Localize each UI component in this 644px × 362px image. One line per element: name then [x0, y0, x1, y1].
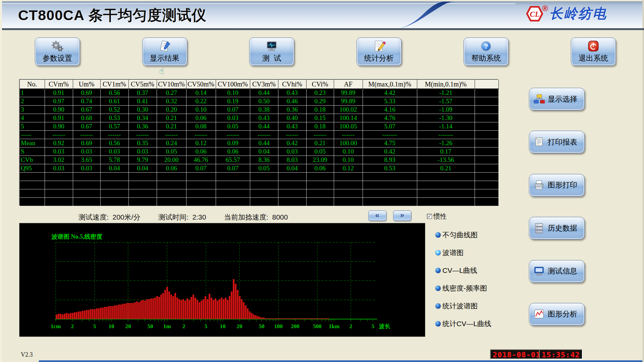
table-cell: [475, 106, 498, 114]
radio-statistic-cv-l-curve[interactable]: 统计CV—L曲线: [435, 319, 491, 328]
radio-spectrogram[interactable]: 波谱图: [435, 248, 491, 257]
spectrogram-bar: [78, 311, 79, 319]
show-results-button[interactable]: 显示结果: [142, 38, 187, 66]
table-cell: [45, 198, 73, 206]
spectrogram-bar: [247, 308, 249, 319]
spectrogram-bar: [58, 314, 59, 319]
table-cell: [475, 181, 498, 189]
test-button[interactable]: 测 试: [249, 38, 294, 66]
statistics-analysis-button[interactable]: 统计分析: [357, 38, 401, 66]
table-cell: 0.09: [216, 139, 250, 147]
prev-page-button[interactable]: «: [368, 210, 386, 221]
table-cell: [334, 181, 363, 189]
params-settings-button[interactable]: 参数设置: [35, 38, 80, 66]
table-cell: [334, 198, 363, 206]
table-cell: [475, 122, 498, 131]
table-cell: [278, 173, 306, 181]
spectrogram-bar: [235, 284, 236, 319]
exit-system-button[interactable]: 退出系统: [571, 38, 616, 66]
radio-icon[interactable]: [435, 232, 441, 238]
table-cell: [278, 181, 306, 189]
inertia-label: 惯性: [433, 212, 447, 221]
spectrogram-bar: [122, 304, 124, 319]
radio-unevenness-curve[interactable]: 不匀曲线图: [435, 231, 491, 239]
radio-icon[interactable]: [435, 250, 441, 255]
table-cell: [417, 189, 475, 198]
spectrogram-bar: [249, 311, 251, 319]
table-cell: ------: [250, 131, 278, 139]
spectrogram-bar: [277, 318, 279, 319]
spectrogram-bar: [211, 298, 212, 319]
next-page-button[interactable]: »: [393, 210, 411, 221]
radio-icon[interactable]: [435, 321, 441, 326]
spectrogram-bar: [74, 312, 75, 319]
table-cell: 0.44: [250, 139, 278, 147]
spectrogram-bar: [94, 309, 96, 319]
table-cell: [417, 198, 475, 206]
help-system-button[interactable]: ? 帮助系统: [464, 38, 508, 66]
table-cell: -1.09: [417, 106, 475, 114]
spectrogram-bar: [217, 301, 218, 319]
table-cell: 0.05: [306, 147, 334, 156]
table-cell: [73, 189, 100, 198]
table-row: Q950.030.030.040.040.060.070.070.050.040…: [20, 164, 498, 173]
table-cell: [475, 164, 498, 173]
radio-icon[interactable]: [435, 268, 441, 273]
spectrogram-bar: [311, 318, 313, 319]
history-data-button[interactable]: 历史数据: [529, 217, 585, 239]
svg-text:?: ?: [484, 43, 488, 50]
table-cell: [20, 173, 45, 181]
page-title: CT800CA 条干均匀度测试仪: [18, 6, 207, 25]
table-cell: 0.41: [128, 97, 157, 106]
version-label: V2.3: [21, 351, 33, 358]
spectrogram-bar: [225, 298, 226, 319]
table-cell: 0.06: [186, 147, 216, 156]
table-cell: CVb: [20, 156, 45, 164]
graph-print-button[interactable]: 图形打印: [529, 174, 585, 196]
spectrogram-bar: [307, 318, 309, 319]
company-logo: CL ® 长岭纺电: [526, 4, 607, 23]
spectrogram-bar: [152, 298, 154, 319]
table-cell: 0.53: [363, 164, 417, 173]
radio-statistic-spectrogram[interactable]: 统计波谱图: [435, 302, 491, 310]
spectrogram-bar: [128, 303, 130, 319]
table-cell: S: [20, 147, 45, 156]
table-cell: [334, 189, 363, 198]
date-display: 2018-08-01: [490, 349, 543, 359]
radio-density-frequency[interactable]: 线密度-频率图: [435, 284, 491, 293]
table-header-cell: AF: [334, 80, 363, 89]
spectrogram-bar: [223, 299, 224, 319]
display-select-button[interactable]: 显示选择: [529, 88, 585, 110]
graph-analysis-button[interactable]: 图形分析: [529, 303, 585, 325]
inertia-checkbox[interactable]: ✓: [427, 214, 432, 219]
radio-icon[interactable]: [435, 303, 441, 309]
table-cell: 99.89: [334, 97, 363, 106]
table-row: [20, 198, 498, 206]
table-cell: 0.69: [73, 139, 100, 147]
gears-icon: [50, 40, 64, 52]
table-cell: 0.74: [73, 97, 100, 106]
radio-icon[interactable]: [435, 286, 441, 291]
table-cell: 0.46: [278, 97, 306, 106]
inertia-checkbox-group[interactable]: ✓ 惯性: [427, 212, 447, 221]
spectrogram-bar: [130, 303, 132, 319]
table-cell: [363, 181, 417, 189]
test-info-button[interactable]: 测试信息: [529, 260, 585, 283]
table-cell: [475, 173, 498, 181]
table-header-cell: [475, 80, 498, 89]
result-report-icon: [158, 40, 172, 52]
spectrogram-bar: [70, 313, 71, 319]
radio-cv-l-curve[interactable]: CV—L曲线: [435, 266, 491, 275]
spectrogram-bar: [319, 318, 321, 319]
titlebar-separator: [2, 28, 644, 30]
table-cell: [216, 181, 250, 189]
table-cell: 0.23: [306, 89, 334, 97]
spectrogram-bar: [178, 299, 180, 319]
table-cell: 100.02: [334, 106, 363, 114]
table-cell: 8.36: [250, 156, 278, 164]
spectrogram-bar: [257, 316, 259, 319]
table-cell: 0.03: [278, 147, 306, 156]
table-cell: [128, 181, 157, 189]
print-report-button[interactable]: 打印报表: [529, 131, 585, 153]
svg-text:波长: 波长: [379, 323, 391, 329]
